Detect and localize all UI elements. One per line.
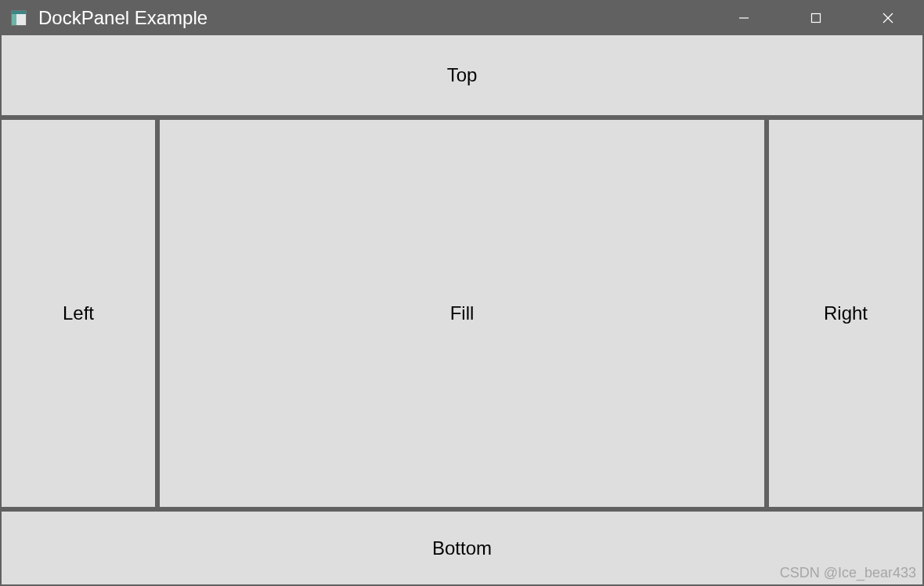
dock-panel: Top Left Fill Right Bottom xyxy=(2,35,922,584)
top-panel-label: Top xyxy=(447,64,478,86)
bottom-panel[interactable]: Bottom xyxy=(2,512,922,584)
close-button[interactable] xyxy=(852,0,924,35)
svg-rect-1 xyxy=(12,11,26,14)
fill-panel-label: Fill xyxy=(450,302,475,324)
left-panel-label: Left xyxy=(63,302,94,324)
window-title: DockPanel Example xyxy=(38,7,708,29)
titlebar[interactable]: DockPanel Example xyxy=(0,0,924,35)
titlebar-controls xyxy=(708,0,924,35)
close-icon xyxy=(882,13,893,24)
svg-rect-5 xyxy=(812,13,821,22)
minimize-icon xyxy=(738,13,749,24)
right-panel-label: Right xyxy=(824,302,868,324)
maximize-icon xyxy=(810,13,821,24)
window: DockPanel Example Top xyxy=(0,0,924,586)
maximize-button[interactable] xyxy=(780,0,852,35)
left-panel[interactable]: Left xyxy=(2,120,155,507)
top-panel[interactable]: Top xyxy=(2,35,922,115)
minimize-button[interactable] xyxy=(708,0,780,35)
bottom-panel-label: Bottom xyxy=(432,537,492,559)
app-icon xyxy=(10,9,27,27)
middle-row: Left Fill Right xyxy=(2,120,922,507)
right-panel[interactable]: Right xyxy=(769,120,922,507)
svg-rect-3 xyxy=(16,14,26,25)
svg-rect-2 xyxy=(12,14,16,25)
fill-panel[interactable]: Fill xyxy=(160,120,764,507)
